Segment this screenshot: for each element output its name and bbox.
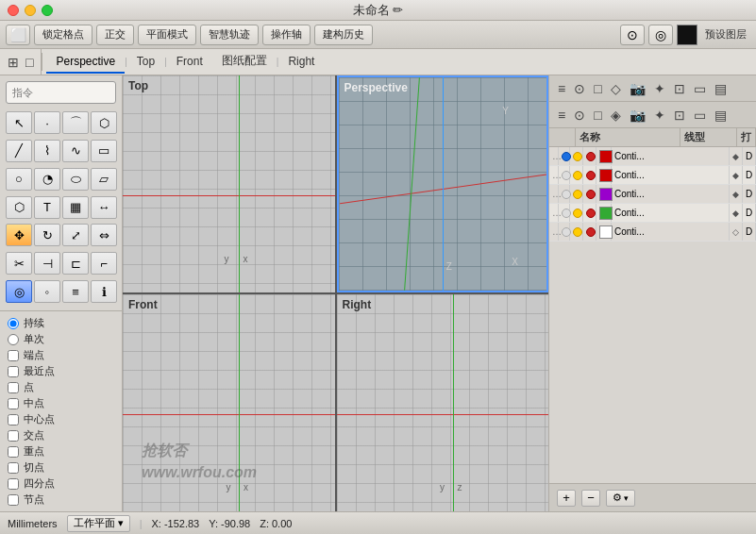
layer-remove-btn[interactable]: −	[581, 490, 600, 507]
tool-fillet[interactable]: ⌐	[91, 252, 117, 275]
tool-mirror[interactable]: ⇔	[91, 224, 117, 246]
rp-view2-icon[interactable]: ▭	[691, 106, 709, 125]
layers-header: 名称 线型 打	[549, 128, 756, 147]
snap-once-radio[interactable]	[8, 334, 19, 345]
tool-rotate[interactable]: ↻	[34, 224, 60, 246]
layer-dot-vis-3	[583, 204, 596, 222]
tab-right[interactable]: Right	[278, 51, 324, 74]
tool-trim[interactable]: ✂	[6, 252, 32, 275]
tool-prop[interactable]: ℹ	[91, 280, 117, 303]
tool-polygon[interactable]: ⬡	[6, 196, 32, 219]
layer-row-0[interactable]: … Conti... ◆ D	[549, 147, 756, 166]
rp-mat2-icon[interactable]: ◈	[608, 106, 624, 125]
tool-curve[interactable]: ⌒	[62, 111, 89, 134]
layer-row-3[interactable]: … Conti... ◆ D	[549, 204, 756, 223]
tab-front[interactable]: Front	[167, 51, 212, 74]
tool-hatch[interactable]: ▦	[62, 196, 89, 219]
toolbar-ortho[interactable]: 正交	[96, 25, 134, 45]
grid-view-icon[interactable]: ⊞	[6, 53, 21, 72]
tool-line[interactable]: ╱	[6, 140, 32, 162]
statusbar-y-value: -90.98	[221, 518, 250, 529]
layer-row-2[interactable]: … Conti... ◆ D	[549, 185, 756, 204]
viewport-right-label: Right	[343, 298, 372, 311]
tool-arc[interactable]: ◔	[34, 168, 60, 191]
tool-text[interactable]: T	[34, 196, 60, 219]
snap-perp-label: 重点	[24, 444, 44, 459]
snap-quad-check[interactable]	[8, 478, 19, 490]
snap-near-check[interactable]	[8, 366, 19, 377]
toolbar-record-icon[interactable]: ⊙	[620, 25, 645, 45]
viewport-perspective[interactable]: Perspective Z X Y	[337, 75, 549, 292]
rp-view-icon[interactable]: ▭	[691, 79, 709, 98]
layer-row-1[interactable]: … Conti... ◆ D	[549, 166, 756, 185]
snap-mid-check[interactable]	[8, 398, 19, 409]
tool-circle[interactable]: ○	[6, 168, 32, 191]
statusbar-plane-btn[interactable]: 工作平面 ▾	[67, 515, 130, 532]
close-button[interactable]	[8, 5, 19, 16]
rp-cam2-icon[interactable]: 📷	[627, 106, 648, 125]
toolbar-smart-track[interactable]: 智慧轨迹	[200, 25, 259, 45]
rp-props-icon[interactable]: ⊙	[571, 79, 588, 98]
tab-top[interactable]: Top	[127, 51, 164, 74]
snap-endpoint-check[interactable]	[8, 350, 19, 361]
rp-edit2-icon[interactable]: ✦	[651, 106, 668, 125]
rp-env-icon[interactable]: ⊡	[671, 79, 688, 98]
toolbar-color-swatch[interactable]	[677, 25, 697, 45]
rp-env2-icon[interactable]: ⊡	[671, 106, 688, 125]
tool-point[interactable]: ·	[34, 111, 60, 134]
tool-move[interactable]: ✥	[6, 224, 32, 246]
snap-tan-check[interactable]	[8, 462, 19, 474]
command-input[interactable]	[6, 81, 116, 104]
single-view-icon[interactable]: □	[24, 53, 35, 72]
tab-perspective[interactable]: Perspective	[46, 51, 125, 74]
rp-object2-icon[interactable]: □	[591, 106, 604, 125]
tool-scale[interactable]: ⤢	[62, 224, 89, 246]
tool-ellipse[interactable]: ⬭	[62, 168, 89, 191]
tool-layer[interactable]: ≡	[62, 280, 89, 303]
viewport-front[interactable]: Front x y 抢软否 www.wrfou.com	[123, 294, 335, 511]
tool-freeform[interactable]: ∿	[62, 140, 89, 162]
layer-dots-1: …	[549, 166, 559, 184]
viewport-top[interactable]: Top x y	[123, 75, 335, 292]
snap-intersect-check[interactable]	[8, 430, 19, 442]
statusbar-x-label: X:	[151, 518, 160, 529]
snap-persistent-radio[interactable]	[8, 318, 19, 329]
toolbar-plane-mode[interactable]: 平面模式	[138, 25, 196, 45]
tool-select[interactable]: ↖	[6, 111, 32, 134]
tool-offset[interactable]: ⊏	[62, 252, 89, 275]
tool-extend[interactable]: ⊣	[34, 252, 60, 275]
rp-object-icon[interactable]: □	[591, 79, 604, 98]
tool-snap-on[interactable]: ◦	[34, 280, 60, 303]
snap-center-check[interactable]	[8, 414, 19, 426]
rp-display-icon[interactable]: ▤	[712, 79, 730, 98]
toolbar-target-icon[interactable]: ◎	[648, 25, 673, 45]
tool-box[interactable]: ▭	[91, 140, 117, 162]
maximize-button[interactable]	[42, 5, 53, 16]
viewport-right[interactable]: Right z y	[337, 294, 549, 511]
rp-layers-icon[interactable]: ≡	[555, 79, 568, 98]
tool-polyline[interactable]: ⌇	[34, 140, 60, 162]
layer-row-4[interactable]: … Conti... ◇ D	[549, 223, 756, 242]
toolbar-history[interactable]: 建构历史	[314, 25, 373, 45]
rp-render-icon[interactable]: 📷	[627, 79, 648, 98]
rp-material-icon[interactable]: ◇	[608, 79, 624, 98]
toolbar-gumball[interactable]: 操作轴	[262, 25, 311, 45]
tool-rect[interactable]: ▱	[91, 168, 117, 191]
snap-point-check[interactable]	[8, 382, 19, 393]
tab-drafting[interactable]: 图纸配置	[212, 49, 277, 75]
rp-props2-icon[interactable]: ⊙	[571, 106, 588, 125]
viewport-front-grid	[123, 294, 335, 511]
rp-disp2-icon[interactable]: ▤	[712, 106, 730, 125]
toolbar-square-icon[interactable]: ⬜	[6, 25, 30, 45]
tool-dim[interactable]: ↔	[91, 196, 117, 219]
minimize-button[interactable]	[25, 5, 36, 16]
snap-perp-check[interactable]	[8, 446, 19, 458]
toolbar-lock-grid[interactable]: 锁定格点	[34, 25, 92, 45]
rp-lights-icon[interactable]: ✦	[651, 79, 668, 98]
rp-layers2-icon[interactable]: ≡	[555, 106, 568, 125]
layer-add-btn[interactable]: +	[557, 490, 576, 507]
tool-nurbs[interactable]: ⬡	[91, 111, 117, 134]
tool-active[interactable]: ◎	[6, 280, 32, 303]
layer-options-btn[interactable]: ⚙ ▾	[606, 490, 635, 507]
snap-knot-check[interactable]	[8, 494, 19, 506]
